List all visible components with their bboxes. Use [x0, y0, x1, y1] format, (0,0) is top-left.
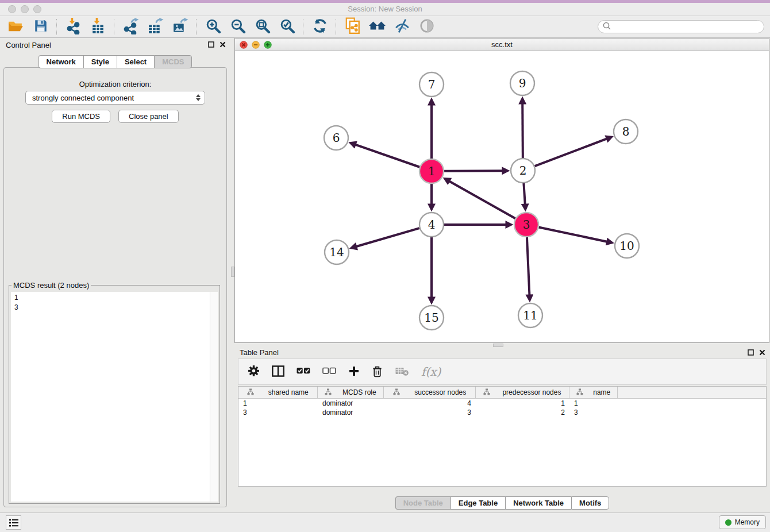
zoom-in-icon	[205, 18, 221, 36]
criterion-select[interactable]: strongly connected component	[25, 91, 205, 105]
horizontal-splitter[interactable]	[234, 343, 770, 347]
node-4[interactable]: 4	[419, 213, 444, 237]
network-maximize-button[interactable]	[264, 41, 272, 49]
cell[interactable]: dominator	[318, 399, 384, 408]
first-neighbors-button[interactable]	[365, 17, 390, 37]
app-titlebar: Session: New Session	[0, 3, 770, 16]
node-1[interactable]: 1	[419, 159, 444, 183]
edge-1-2[interactable]	[444, 171, 504, 171]
tab-style[interactable]: Style	[83, 55, 117, 68]
open-file-button[interactable]	[3, 17, 28, 37]
node-table-row[interactable]: 1dominator411	[238, 399, 766, 408]
column-header-shared-name[interactable]: shared name	[238, 387, 318, 398]
edge-3-10[interactable]	[539, 228, 609, 242]
zoom-out-button[interactable]	[225, 17, 250, 37]
toggle-column-display-button[interactable]	[272, 365, 284, 379]
deselect-all-button[interactable]	[322, 367, 336, 377]
node-7[interactable]: 7	[419, 72, 444, 97]
edge-1-6[interactable]	[354, 144, 419, 167]
node-3[interactable]: 3	[514, 213, 538, 237]
zoom-selected-button[interactable]	[275, 17, 299, 37]
export-table-button[interactable]	[143, 17, 168, 37]
cell[interactable]: 4	[384, 399, 476, 408]
minimize-window-button[interactable]	[21, 5, 29, 13]
zoom-window-button[interactable]	[33, 5, 41, 13]
show-all-icon	[419, 18, 435, 36]
edge-2-3[interactable]	[523, 183, 525, 206]
select-all-button[interactable]	[297, 367, 310, 377]
edge-2-9[interactable]	[522, 102, 523, 158]
svg-text:3: 3	[523, 218, 530, 232]
mcds-result-textarea[interactable]: 13	[11, 292, 218, 502]
table-settings-button[interactable]	[248, 365, 260, 379]
close-panel-button[interactable]	[220, 41, 226, 48]
save-session-button[interactable]	[28, 17, 53, 37]
import-table-icon	[90, 18, 106, 36]
network-window-titlebar[interactable]: scc.txt	[235, 38, 769, 51]
new-network-from-selection-button[interactable]	[340, 17, 365, 37]
hide-selected-button[interactable]	[390, 17, 414, 37]
close-window-button[interactable]	[8, 5, 16, 13]
run-mcds-button[interactable]: Run MCDS	[52, 110, 110, 123]
zoom-in-button[interactable]	[201, 17, 225, 37]
apply-layout-button[interactable]	[307, 17, 332, 37]
cell[interactable]: 3	[569, 408, 618, 417]
node-table-row[interactable]: 3dominator323	[238, 408, 766, 417]
tab-select[interactable]: Select	[117, 55, 154, 68]
search-input[interactable]	[614, 22, 764, 32]
toolbar-separator	[56, 19, 57, 35]
node-8[interactable]: 8	[614, 119, 638, 144]
network-canvas[interactable]: 7968124314101511	[235, 51, 769, 342]
edge-4-14[interactable]	[355, 228, 419, 247]
tab-edge-table[interactable]: Edge Table	[451, 496, 505, 510]
application-window: Session: New Session Control Panel Netwo…	[0, 0, 770, 532]
column-header-predecessor-nodes[interactable]: predecessor nodes	[476, 387, 569, 398]
export-network-button[interactable]	[118, 17, 143, 37]
export-image-button[interactable]	[168, 17, 192, 37]
network-minimize-button[interactable]	[252, 41, 260, 49]
node-10[interactable]: 10	[615, 234, 639, 258]
svg-text:11: 11	[523, 309, 537, 322]
svg-text:15: 15	[424, 311, 438, 325]
column-header-MCDS-role[interactable]: MCDS role	[318, 387, 384, 398]
node-6[interactable]: 6	[324, 126, 348, 150]
show-all-button	[414, 17, 439, 37]
edge-3-11[interactable]	[527, 237, 530, 296]
delete-column-button[interactable]	[372, 365, 383, 379]
node-14[interactable]: 14	[325, 240, 349, 264]
result-scrollbar[interactable]	[210, 292, 218, 502]
import-table-button[interactable]	[86, 17, 110, 37]
tab-network[interactable]: Network	[38, 55, 83, 68]
float-table-panel-button[interactable]	[748, 349, 754, 356]
close-panel-action-button[interactable]: Close panel	[118, 110, 179, 123]
column-header-name[interactable]: name	[569, 387, 618, 398]
cell[interactable]: dominator	[318, 408, 384, 417]
node-15[interactable]: 15	[419, 306, 444, 330]
search-box[interactable]	[598, 20, 764, 33]
task-history-button[interactable]	[6, 515, 21, 530]
cell[interactable]: 1	[238, 399, 318, 408]
float-panel-button[interactable]	[208, 41, 214, 48]
edge-2-8[interactable]	[535, 138, 609, 166]
cell[interactable]: 3	[384, 408, 476, 417]
cell[interactable]: 3	[238, 408, 318, 417]
control-panel-title: Control Panel	[6, 38, 51, 53]
tab-network-table[interactable]: Network Table	[505, 496, 571, 510]
edge-3-1[interactable]	[448, 180, 515, 218]
tab-mcds[interactable]: MCDS	[154, 55, 192, 68]
cell[interactable]: 1	[476, 399, 569, 408]
import-network-button[interactable]	[61, 17, 86, 37]
create-column-button[interactable]	[348, 365, 360, 379]
node-2[interactable]: 2	[511, 159, 535, 183]
close-table-panel-button[interactable]	[759, 349, 765, 356]
cell[interactable]: 1	[569, 399, 618, 408]
node-11[interactable]: 11	[518, 303, 542, 327]
tab-motifs[interactable]: Motifs	[571, 496, 609, 510]
tab-node-table[interactable]: Node Table	[395, 496, 451, 510]
cell[interactable]: 2	[476, 408, 569, 417]
memory-button[interactable]: Memory	[719, 515, 766, 529]
column-header-successor-nodes[interactable]: successor nodes	[384, 387, 476, 398]
network-close-button[interactable]	[240, 41, 248, 49]
zoom-fit-button[interactable]	[250, 17, 275, 37]
node-9[interactable]: 9	[510, 71, 534, 95]
